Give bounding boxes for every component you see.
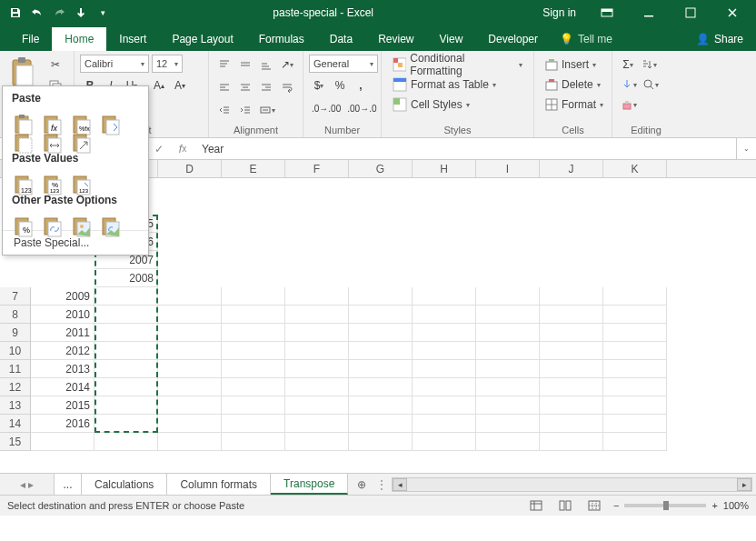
zoom-level[interactable]: 100%	[723, 500, 749, 511]
cell[interactable]	[285, 324, 349, 342]
cell[interactable]	[603, 415, 667, 433]
cell[interactable]	[285, 415, 349, 433]
cell[interactable]	[413, 342, 476, 360]
cut-button[interactable]: ✂	[45, 55, 65, 75]
cell[interactable]	[349, 396, 413, 415]
column-header[interactable]: K	[603, 160, 667, 177]
comma-format-button[interactable]: ,	[351, 75, 371, 95]
formula-input[interactable]: Year	[194, 138, 736, 159]
cell[interactable]: 2015	[31, 396, 94, 415]
cell[interactable]	[94, 378, 158, 396]
cell[interactable]	[94, 306, 158, 324]
tab-file[interactable]: File	[9, 27, 52, 51]
cell[interactable]	[540, 396, 603, 415]
cell[interactable]	[94, 342, 158, 360]
expand-formula-bar-button[interactable]: ⌄	[736, 138, 756, 159]
cell-styles-button[interactable]: Cell Styles▾	[387, 95, 475, 115]
sheet-tab-more[interactable]: ...	[55, 474, 82, 495]
cell[interactable]	[158, 324, 222, 342]
cell[interactable]	[603, 378, 667, 396]
shrink-font-button[interactable]: A▾	[170, 75, 190, 95]
cell[interactable]	[222, 378, 285, 396]
decrease-indent-button[interactable]	[214, 100, 234, 120]
cell[interactable]	[222, 287, 285, 306]
qat-customize-icon[interactable]: ▾	[93, 3, 113, 23]
align-bottom-button[interactable]	[256, 55, 276, 75]
close-button[interactable]	[712, 0, 752, 25]
decrease-decimal-button[interactable]: .00→.0	[344, 98, 379, 118]
cell[interactable]	[285, 433, 349, 451]
cell[interactable]	[222, 433, 285, 451]
font-name-select[interactable]: Calibri▾	[80, 55, 149, 73]
number-format-select[interactable]: General▾	[309, 55, 378, 73]
sheet-nav-buttons[interactable]: ◂ ▸	[0, 474, 55, 495]
sign-in-button[interactable]: Sign in	[533, 0, 585, 25]
row-header[interactable]: 11	[0, 360, 31, 378]
row-header[interactable]: 7	[0, 287, 31, 306]
align-middle-button[interactable]	[235, 55, 255, 75]
cell[interactable]	[285, 396, 349, 415]
sheet-tab-transpose[interactable]: Transpose	[271, 474, 348, 495]
cell[interactable]	[476, 378, 540, 396]
orientation-button[interactable]: ↗▾	[277, 55, 297, 75]
page-layout-view-button[interactable]	[555, 497, 575, 514]
cell[interactable]	[603, 287, 667, 306]
cell[interactable]	[413, 324, 476, 342]
delete-cells-button[interactable]: Delete▾	[540, 75, 606, 95]
align-top-button[interactable]	[214, 55, 234, 75]
cell[interactable]	[349, 287, 413, 306]
cell[interactable]	[603, 360, 667, 378]
cell[interactable]	[413, 360, 476, 378]
sheet-tab-calculations[interactable]: Calculations	[82, 474, 167, 495]
cell[interactable]	[603, 396, 667, 415]
page-break-view-button[interactable]	[584, 497, 604, 514]
cell[interactable]	[222, 342, 285, 360]
tab-view[interactable]: View	[427, 27, 476, 51]
cell[interactable]	[94, 433, 158, 451]
cell[interactable]	[158, 396, 222, 415]
cell[interactable]: 2016	[31, 415, 94, 433]
cell[interactable]	[222, 324, 285, 342]
accounting-format-button[interactable]: $▾	[309, 75, 329, 95]
cell[interactable]	[476, 287, 540, 306]
cell[interactable]	[540, 287, 603, 306]
format-cells-button[interactable]: Format▾	[540, 95, 609, 115]
wrap-text-button[interactable]	[277, 77, 297, 97]
cell[interactable]	[603, 324, 667, 342]
column-header[interactable]: G	[349, 160, 413, 177]
row-header[interactable]: 12	[0, 378, 31, 396]
minimize-button[interactable]	[629, 0, 669, 25]
percent-format-button[interactable]: %	[330, 75, 350, 95]
cell[interactable]	[540, 306, 603, 324]
column-header[interactable]: J	[540, 160, 603, 177]
cell[interactable]	[158, 306, 222, 324]
find-select-button[interactable]: ▾	[640, 75, 662, 95]
touch-mode-icon[interactable]	[71, 3, 91, 23]
cell[interactable]	[158, 415, 222, 433]
new-sheet-button[interactable]: ⊕	[348, 474, 375, 495]
zoom-control[interactable]: − + 100%	[613, 500, 749, 511]
cell[interactable]: 2014	[31, 378, 94, 396]
cell[interactable]	[413, 306, 476, 324]
cell[interactable]	[222, 396, 285, 415]
cell[interactable]	[540, 433, 603, 451]
cell[interactable]	[476, 342, 540, 360]
cell[interactable]	[349, 378, 413, 396]
row-header[interactable]: 13	[0, 396, 31, 415]
cell[interactable]	[158, 378, 222, 396]
cell[interactable]	[540, 360, 603, 378]
normal-view-button[interactable]	[526, 497, 546, 514]
cell[interactable]	[94, 396, 158, 415]
cell[interactable]	[413, 287, 476, 306]
cell[interactable]	[94, 324, 158, 342]
enter-formula-button[interactable]: ✓	[147, 143, 171, 155]
row-header[interactable]: 8	[0, 306, 31, 324]
insert-cells-button[interactable]: Insert▾	[540, 55, 602, 75]
insert-function-button[interactable]: fx	[171, 143, 194, 155]
undo-icon[interactable]	[27, 3, 47, 23]
cell[interactable]	[94, 287, 158, 306]
cell[interactable]	[94, 360, 158, 378]
cell[interactable]: 2009	[31, 287, 94, 306]
cell[interactable]	[476, 433, 540, 451]
cell[interactable]	[603, 433, 667, 451]
